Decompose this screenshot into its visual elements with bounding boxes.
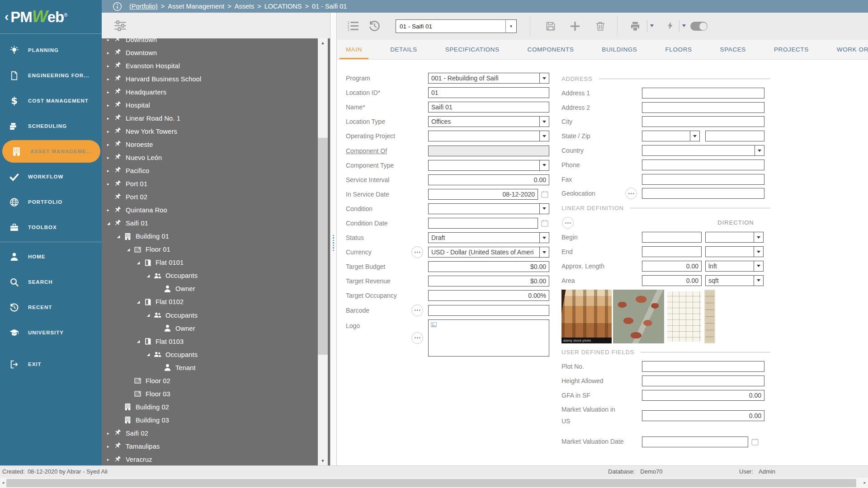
chevron-down-icon[interactable]: [754, 276, 763, 286]
tree-item-quintana-roo[interactable]: ▸Quintana Roo: [102, 204, 330, 217]
scroll-right-icon[interactable]: ►: [862, 478, 868, 488]
tree-item-tamaulipas[interactable]: ▸Tamaulipas: [102, 440, 330, 453]
tree-item-saifi-01[interactable]: ◢Saifi 01: [102, 217, 330, 230]
tree-scrollbar[interactable]: ▲ ▼: [318, 38, 328, 465]
target-occupancy-input[interactable]: 0.00%: [428, 290, 549, 301]
expand-icon[interactable]: ▸: [107, 129, 113, 134]
chevron-down-icon[interactable]: [754, 261, 763, 271]
expand-icon[interactable]: ▸: [107, 90, 113, 94]
expand-icon[interactable]: ▸: [107, 77, 113, 81]
tree-item-harvard-business-school[interactable]: ▸Harvard Business School: [102, 72, 330, 85]
more-options-button[interactable]: •••: [411, 332, 423, 344]
expand-icon[interactable]: ▸: [107, 103, 113, 108]
city-input[interactable]: [642, 116, 764, 127]
expand-icon[interactable]: ▸: [107, 51, 113, 55]
info-icon[interactable]: [113, 2, 122, 11]
in-service-date-input[interactable]: 08-12-2020: [428, 189, 538, 200]
tab-work-orders[interactable]: WORK ORDERS: [830, 40, 868, 59]
record-list-icon[interactable]: 123: [347, 20, 359, 32]
delete-button[interactable]: [595, 21, 606, 32]
target-revenue-input[interactable]: $0.00: [428, 276, 549, 286]
generate-button[interactable]: [666, 20, 675, 31]
country-select[interactable]: [642, 145, 764, 156]
tree-item-downtown[interactable]: ▸Downtown: [102, 38, 330, 46]
tree-item-linear-road-no-1[interactable]: ▸Linear Road No. 1: [102, 112, 330, 125]
aerial-photo-thumbnail[interactable]: [613, 290, 664, 343]
sidebar-item-asset-manageme[interactable]: ASSET MANAGEME...: [2, 140, 100, 163]
expand-icon[interactable]: ▸: [107, 38, 113, 42]
market-valuation-date-input[interactable]: [642, 436, 748, 447]
chevron-down-icon[interactable]: [539, 117, 549, 127]
expand-icon[interactable]: ▸: [107, 116, 113, 121]
tree-item-downtown[interactable]: ▸Downtown: [102, 46, 330, 59]
expand-icon[interactable]: ▸: [107, 169, 113, 173]
tree-item-nuevo-le-n[interactable]: ▸Nuevo León: [102, 151, 330, 164]
location-id-input[interactable]: 01: [428, 87, 549, 98]
sidebar-item-recent[interactable]: RECENT: [0, 295, 102, 320]
chevron-down-icon[interactable]: [539, 73, 549, 83]
field-label-component-of[interactable]: Component Of: [337, 147, 428, 155]
calendar-icon[interactable]: [541, 219, 549, 227]
tab-spaces[interactable]: SPACES: [714, 40, 752, 59]
tree-item-building-01[interactable]: ◢Building 01: [102, 230, 330, 243]
chevron-down-icon[interactable]: [539, 131, 549, 141]
scroll-left-icon[interactable]: ◄: [0, 478, 6, 488]
expand-icon[interactable]: ▸: [107, 431, 113, 436]
tree-item-floor-03[interactable]: Floor 03: [102, 387, 330, 400]
calendar-icon[interactable]: [541, 190, 549, 198]
tree-item-building-03[interactable]: Building 03: [102, 413, 330, 427]
area-input[interactable]: 0.00: [642, 275, 702, 286]
sidebar-item-university[interactable]: UNIVERSITY: [0, 320, 102, 345]
record-history-icon[interactable]: [368, 20, 381, 32]
tree-item-tenant[interactable]: Tenant: [102, 361, 330, 374]
expand-icon[interactable]: ▸: [107, 182, 113, 186]
tree-item-port-02[interactable]: Port 02: [102, 191, 330, 204]
sidebar-item-portfolio[interactable]: PORTFOLIO: [0, 189, 102, 215]
collapse-icon[interactable]: ◢: [147, 313, 153, 317]
geolocation-input[interactable]: [642, 188, 764, 199]
height-allowed-input[interactable]: [642, 375, 764, 386]
chevron-down-icon[interactable]: [690, 131, 699, 141]
tree-item-saifi-02[interactable]: ▸Saifi 02: [102, 427, 330, 440]
expand-icon[interactable]: ▸: [107, 444, 113, 449]
expand-icon[interactable]: ▸: [107, 457, 113, 462]
end-input[interactable]: [642, 246, 702, 257]
chevron-down-icon[interactable]: [754, 232, 763, 242]
scroll-down-icon[interactable]: ▼: [318, 456, 328, 465]
tree-item-owner[interactable]: Owner: [102, 282, 330, 296]
street-photo-thumbnail[interactable]: alamy stock photo: [561, 290, 612, 343]
condition-date-input[interactable]: [428, 218, 538, 229]
sidebar-item-scheduling[interactable]: SCHEDULING: [0, 113, 102, 139]
tree-item-floor-01[interactable]: ◢Floor 01: [102, 243, 330, 256]
scroll-up-icon[interactable]: ▲: [318, 38, 328, 47]
end-direction-select[interactable]: [705, 246, 764, 257]
breadcrumb-portfolio-link[interactable]: (Portfolio): [129, 3, 158, 10]
tab-buildings[interactable]: BUILDINGS: [595, 40, 643, 59]
print-menu-caret-icon[interactable]: [650, 24, 654, 27]
expand-icon[interactable]: ▸: [107, 155, 113, 160]
tree-item-occupants[interactable]: ◢Occupants: [102, 309, 330, 322]
hscrollbar-thumb[interactable]: [6, 479, 856, 487]
logo-image-box[interactable]: [428, 319, 549, 357]
program-select[interactable]: 001 - Rebuilding of Saifi: [428, 73, 549, 84]
collapse-icon[interactable]: ◢: [147, 352, 153, 357]
breadcrumb-locations[interactable]: LOCATIONS: [264, 3, 302, 10]
sidebar-item-workflow[interactable]: WORKFLOW: [0, 164, 102, 189]
address-2-input[interactable]: [642, 102, 764, 113]
status-select[interactable]: Draft: [428, 232, 549, 243]
breadcrumb-asset-management[interactable]: Asset Management: [168, 3, 224, 10]
print-button[interactable]: [630, 21, 641, 32]
tab-specifications[interactable]: SPECIFICATIONS: [439, 40, 506, 59]
state-select[interactable]: [642, 131, 700, 141]
panel-splitter[interactable]: [330, 13, 337, 465]
record-selector[interactable]: 01 - Saifi 01 ▼: [396, 19, 517, 33]
view-toggle-switch[interactable]: [690, 22, 708, 31]
tree-item-veracruz[interactable]: ▸Veracruz: [102, 453, 330, 466]
calendar-icon[interactable]: [751, 438, 759, 446]
tree-item-hospital[interactable]: ▸Hospital: [102, 99, 330, 112]
tree-item-owner[interactable]: Owner: [102, 322, 330, 335]
save-button[interactable]: [545, 21, 556, 32]
add-button[interactable]: [570, 21, 580, 32]
tab-components[interactable]: COMPONENTS: [521, 40, 580, 59]
collapse-icon[interactable]: ◢: [107, 221, 113, 225]
